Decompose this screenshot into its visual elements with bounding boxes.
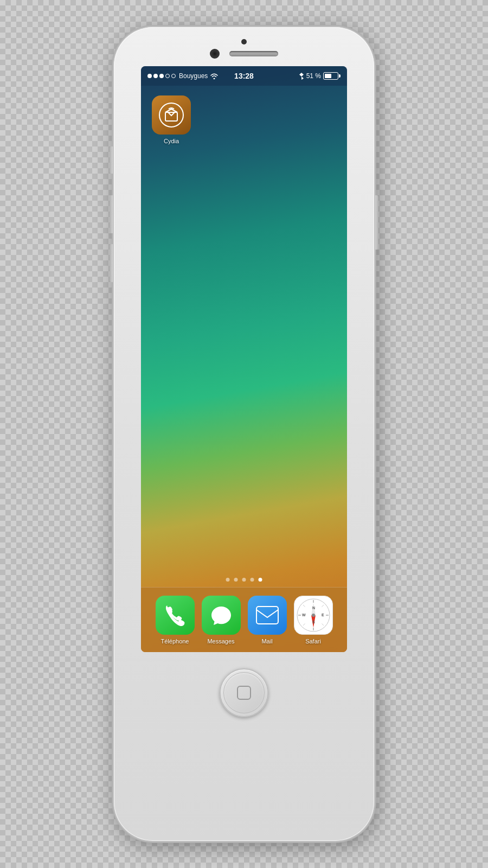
svg-point-14	[312, 614, 315, 617]
mute-button[interactable]	[110, 146, 113, 174]
status-bar: Bouygues 13:28 51 %	[141, 66, 347, 86]
battery-percent: 51 %	[306, 72, 321, 80]
battery-fill	[325, 74, 331, 78]
messages-app-icon[interactable]	[202, 596, 241, 635]
mail-app-icon[interactable]	[248, 596, 287, 635]
svg-line-11	[322, 605, 324, 607]
safari-app-icon[interactable]: N S E W	[294, 596, 333, 635]
page-dots	[226, 578, 262, 582]
status-time: 13:28	[234, 72, 254, 80]
phone-bottom	[220, 652, 268, 841]
app-grid: Cydia	[141, 86, 347, 144]
cydia-icon[interactable]	[152, 95, 191, 135]
svg-text:E: E	[322, 613, 324, 617]
phone-device: Bouygues 13:28 51 %	[114, 27, 374, 841]
signal-dot-5	[171, 74, 176, 78]
phone-app-icon[interactable]	[156, 596, 195, 635]
page-dot-2	[234, 578, 238, 582]
power-button[interactable]	[375, 195, 378, 250]
page-dot-3	[242, 578, 246, 582]
svg-text:N: N	[312, 606, 315, 610]
dock-app-mail[interactable]: Mail	[248, 596, 287, 644]
volume-down-button[interactable]	[110, 244, 113, 282]
svg-rect-1	[165, 112, 177, 121]
messages-label: Messages	[207, 638, 234, 644]
svg-line-10	[303, 623, 305, 626]
volume-up-button[interactable]	[110, 195, 113, 233]
bluetooth-icon	[299, 72, 304, 80]
dock-app-messages[interactable]: Messages	[202, 596, 241, 644]
mail-label: Mail	[261, 638, 272, 644]
speaker-grille	[229, 51, 278, 56]
svg-rect-2	[256, 607, 278, 624]
svg-text:W: W	[302, 613, 306, 617]
status-right: 51 %	[299, 72, 341, 80]
status-left: Bouygues	[147, 72, 219, 80]
safari-label: Safari	[305, 638, 321, 644]
svg-line-9	[322, 623, 324, 626]
battery-body	[323, 72, 338, 80]
home-button[interactable]	[220, 668, 268, 717]
app-cydia[interactable]: Cydia	[152, 95, 191, 144]
page-dot-5	[259, 578, 262, 582]
signal-dot-1	[147, 74, 152, 78]
screen: Bouygues 13:28 51 %	[141, 66, 347, 652]
page-dot-1	[226, 578, 230, 582]
home-button-inner	[223, 672, 265, 713]
front-camera	[210, 49, 220, 59]
dock-app-safari[interactable]: N S E W Safari	[294, 596, 333, 644]
phone-top	[114, 27, 374, 66]
cydia-label: Cydia	[164, 138, 179, 144]
battery-tip	[339, 74, 341, 78]
dock: Téléphone Messages Ma	[141, 587, 347, 652]
home-button-square	[237, 686, 251, 700]
speaker-camera-row	[210, 49, 278, 59]
page-dot-4	[251, 578, 254, 582]
carrier-name: Bouygues	[179, 72, 208, 80]
signal-dots	[147, 74, 176, 78]
svg-text:S: S	[312, 620, 315, 624]
signal-dot-4	[165, 74, 170, 78]
signal-dot-2	[153, 74, 158, 78]
battery-icon	[323, 72, 341, 80]
dock-app-phone[interactable]: Téléphone	[156, 596, 195, 644]
wifi-icon	[210, 73, 219, 79]
svg-line-8	[303, 605, 305, 607]
sensor-dot	[241, 39, 247, 44]
signal-dot-3	[159, 74, 164, 78]
phone-label: Téléphone	[161, 638, 189, 644]
